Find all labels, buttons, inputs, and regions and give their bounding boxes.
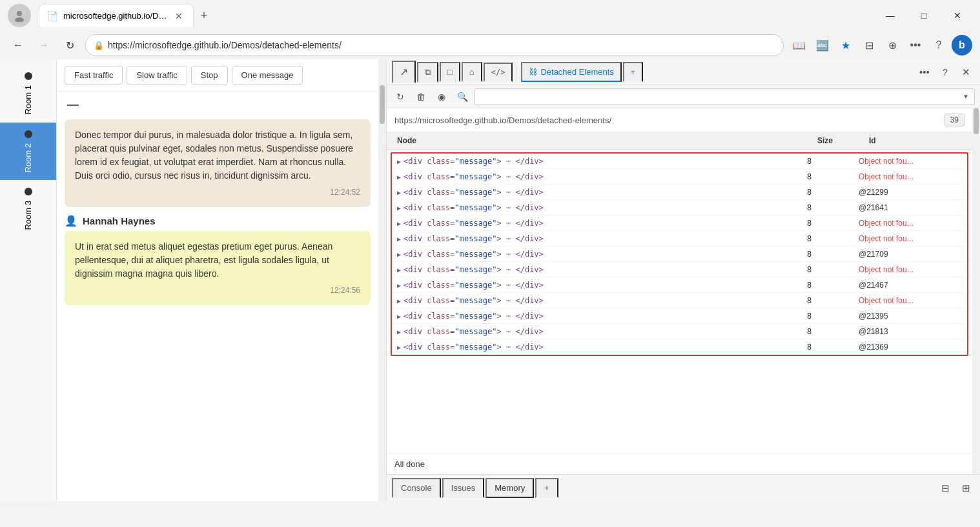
slow-traffic-button[interactable]: Slow traffic <box>127 66 187 85</box>
read-aloud-button[interactable]: 🔤 <box>812 35 833 55</box>
dt-tab-detached-elements[interactable]: ⛓ Detached Elements <box>521 62 621 82</box>
room-1-item[interactable]: Room 1 <box>0 65 56 123</box>
table-row[interactable]: ▶<div class="message"> ⋯ </div> 8 @21641 <box>392 200 967 215</box>
dt-bottom-issues-tab[interactable]: Issues <box>442 478 485 498</box>
dt-url-dropdown-icon[interactable]: ▼ <box>963 93 969 100</box>
dt-header-node: Node <box>392 132 812 149</box>
split-screen-button[interactable]: ⊟ <box>859 35 879 55</box>
cell-node: ▶<div class="message"> ⋯ </div> <box>397 157 807 166</box>
table-row[interactable]: ▶<div class="message"> ⋯ </div> 8 Object… <box>392 231 967 246</box>
message-1-text: Donec tempor dui purus, in malesuada dol… <box>75 130 353 181</box>
one-message-button[interactable]: One message <box>232 66 303 85</box>
dt-delete-button[interactable]: 🗑 <box>413 88 429 105</box>
new-tab-button[interactable]: + <box>194 5 214 26</box>
dt-tab-add[interactable]: + <box>623 62 644 82</box>
cell-id: Object not fou... <box>859 265 962 274</box>
cell-node: ▶<div class="message"> ⋯ </div> <box>397 281 807 290</box>
collections-button[interactable]: ⊕ <box>882 35 903 55</box>
dt-tab-home[interactable]: ⌂ <box>462 62 482 82</box>
table-row[interactable]: ▶<div class="message"> ⋯ </div> 8 @21299 <box>392 184 967 200</box>
bing-copilot-button[interactable]: b <box>952 35 972 55</box>
dt-dock-button[interactable]: ⊟ <box>936 479 954 497</box>
dt-scrollbar[interactable] <box>972 108 980 474</box>
table-row[interactable]: ▶<div class="message"> ⋯ </div> 8 Object… <box>392 154 967 169</box>
back-button[interactable]: ← <box>8 35 28 55</box>
tab-close-icon[interactable]: ✕ <box>172 10 185 23</box>
dt-tab-elements-icon[interactable]: □ <box>440 62 460 82</box>
message-2-time: 12:24:56 <box>75 284 360 296</box>
dt-undock-button[interactable]: ⊞ <box>957 479 975 497</box>
dt-bottom-console-tab[interactable]: Console <box>392 478 441 498</box>
room-3-dot <box>25 188 32 195</box>
dt-more-button[interactable]: ••• <box>915 63 934 81</box>
cell-node: ▶<div class="message"> ⋯ </div> <box>397 219 807 228</box>
reading-mode-button[interactable]: 📖 <box>789 35 810 55</box>
favorites-button[interactable]: ★ <box>835 35 856 55</box>
dt-help-button[interactable]: ? <box>936 63 954 81</box>
address-input-wrap[interactable]: 🔒 https://microsoftedge.github.io/Demos/… <box>85 34 784 56</box>
table-row[interactable]: ▶<div class="message"> ⋯ </div> 8 @21709 <box>392 246 967 262</box>
cell-size: 8 <box>807 327 859 336</box>
help-button[interactable]: ? <box>928 35 949 55</box>
dt-bottom-add-tab[interactable]: + <box>535 478 558 498</box>
dt-refresh-button[interactable]: ↻ <box>392 88 409 105</box>
chat-content: Fast traffic Slow traffic Stop One messa… <box>57 59 378 501</box>
inspect-icon: ↗ <box>400 66 408 78</box>
cell-size: 8 <box>807 219 859 228</box>
sources-icon: </> <box>491 68 505 77</box>
dt-search-button[interactable]: 🔍 <box>454 88 471 105</box>
message-2-author-name: Hannah Haynes <box>83 215 156 226</box>
close-button[interactable]: ✕ <box>943 5 972 26</box>
refresh-button[interactable]: ↻ <box>59 35 80 55</box>
profile-button[interactable] <box>8 4 31 27</box>
dt-tab-inspect[interactable]: ↗ <box>392 61 416 83</box>
table-row[interactable]: ▶<div class="message"> ⋯ </div> 8 Object… <box>392 262 967 277</box>
maximize-button[interactable]: □ <box>909 5 939 26</box>
devtools-bottom-bar: Console Issues Memory + ⊟ ⊞ <box>387 474 980 501</box>
table-row[interactable]: ▶<div class="message"> ⋯ </div> 8 @21467 <box>392 277 967 293</box>
room-1-label: Room 1 <box>23 85 33 115</box>
dt-breadcrumb-url: https://microsoftedge.github.io/Demos/de… <box>394 115 611 125</box>
dt-eye-button[interactable]: ◉ <box>433 88 450 105</box>
fast-traffic-button[interactable]: Fast traffic <box>65 66 123 85</box>
table-row[interactable]: ▶<div class="message"> ⋯ </div> 8 Object… <box>392 215 967 231</box>
room-2-item[interactable]: Room 2 <box>0 123 56 181</box>
cell-size: 8 <box>807 188 859 197</box>
room-3-item[interactable]: Room 3 <box>0 180 56 238</box>
devtools-actions: ••• ? ✕ <box>915 63 975 81</box>
chat-scrollbar[interactable] <box>378 59 386 501</box>
more-button[interactable]: ••• <box>905 35 926 55</box>
elements-icon: □ <box>447 67 453 77</box>
dt-bottom-memory-tab[interactable]: Memory <box>485 478 534 498</box>
minimize-button[interactable]: — <box>875 5 905 26</box>
message-1-time: 12:24:52 <box>75 186 360 198</box>
dt-header-size: Size <box>812 132 864 149</box>
title-bar: 📄 microsoftedge.github.io/Demos/ ✕ + — □… <box>0 0 980 31</box>
cell-size: 8 <box>807 281 859 290</box>
cell-node: ▶<div class="message"> ⋯ </div> <box>397 327 807 336</box>
table-row[interactable]: ▶<div class="message"> ⋯ </div> 8 Object… <box>392 169 967 184</box>
active-tab[interactable]: 📄 microsoftedge.github.io/Demos/ ✕ <box>39 4 194 27</box>
table-row[interactable]: ▶<div class="message"> ⋯ </div> 8 @21813 <box>392 324 967 339</box>
forward-button[interactable]: → <box>34 35 54 55</box>
chat-scroll-thumb[interactable] <box>380 85 385 124</box>
tab-separator <box>516 66 517 79</box>
dt-tab-console-icon[interactable]: ⧉ <box>417 62 438 83</box>
table-row[interactable]: ▶<div class="message"> ⋯ </div> 8 Object… <box>392 293 967 308</box>
cell-node: ▶<div class="message"> ⋯ </div> <box>397 343 807 352</box>
cell-size: 8 <box>807 265 859 274</box>
cell-id: @21641 <box>859 203 962 212</box>
dt-close-button[interactable]: ✕ <box>957 63 975 81</box>
dt-url-bar[interactable]: ▼ <box>475 88 975 105</box>
dt-scroll-thumb[interactable] <box>974 108 979 134</box>
svg-point-1 <box>15 17 24 22</box>
table-row[interactable]: ▶<div class="message"> ⋯ </div> 8 @21369 <box>392 339 967 355</box>
tab-bar-area: 📄 microsoftedge.github.io/Demos/ ✕ + <box>36 4 870 27</box>
dt-breadcrumb: https://microsoftedge.github.io/Demos/de… <box>387 108 972 132</box>
table-row[interactable]: ▶<div class="message"> ⋯ </div> 8 @21395 <box>392 308 967 324</box>
dt-tab-sources[interactable]: </> <box>484 63 513 82</box>
cell-id: @21395 <box>859 312 962 321</box>
cell-node: ▶<div class="message"> ⋯ </div> <box>397 312 807 321</box>
stop-button[interactable]: Stop <box>191 66 228 85</box>
browser-chrome: 📄 microsoftedge.github.io/Demos/ ✕ + — □… <box>0 0 980 59</box>
